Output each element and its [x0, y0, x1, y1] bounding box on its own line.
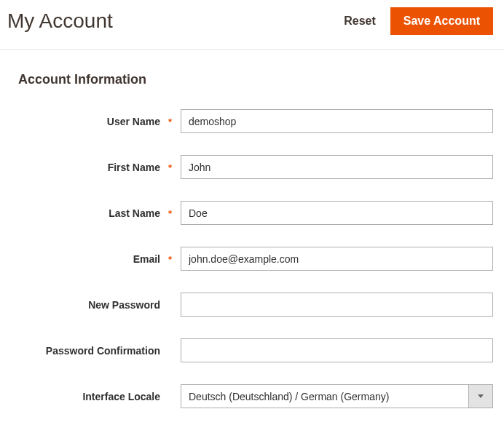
form-row-interface-locale: Interface Locale Deutsch (Deutschland) /…: [18, 384, 493, 408]
lastname-label: Last Name: [18, 207, 181, 219]
interface-locale-label: Interface Locale: [18, 391, 181, 402]
email-label: Email: [18, 253, 181, 265]
new-password-label: New Password: [18, 299, 181, 311]
form-row-lastname: Last Name: [18, 201, 493, 225]
page-title: My Account: [7, 9, 113, 33]
form-control-wrap: [181, 247, 493, 271]
form-control-wrap: [181, 109, 493, 133]
save-account-button[interactable]: Save Account: [390, 7, 493, 35]
password-confirmation-label: Password Confirmation: [18, 345, 181, 357]
form-control-wrap: Deutsch (Deutschland) / German (Germany): [181, 384, 493, 408]
form-row-password-confirmation: Password Confirmation: [18, 338, 493, 362]
chevron-down-icon[interactable]: [469, 384, 493, 408]
new-password-input[interactable]: [181, 293, 493, 317]
email-input[interactable]: [181, 247, 493, 271]
page-header: My Account Reset Save Account: [0, 0, 504, 50]
username-input[interactable]: [181, 109, 493, 133]
form-control-wrap: [181, 338, 493, 362]
form-row-username: User Name: [18, 109, 493, 133]
firstname-label: First Name: [18, 162, 181, 173]
password-confirmation-input[interactable]: [181, 338, 493, 362]
form-control-wrap: [181, 155, 493, 179]
section-title: Account Information: [18, 72, 493, 87]
username-label: User Name: [18, 116, 181, 127]
firstname-input[interactable]: [181, 155, 493, 179]
reset-button[interactable]: Reset: [344, 15, 376, 28]
form-row-email: Email: [18, 247, 493, 271]
content-area: Account Information User Name First Name…: [0, 50, 504, 433]
form-control-wrap: [181, 201, 493, 225]
form-control-wrap: [181, 293, 493, 317]
form-row-firstname: First Name: [18, 155, 493, 179]
form-row-new-password: New Password: [18, 293, 493, 317]
header-actions: Reset Save Account: [344, 7, 493, 35]
interface-locale-select[interactable]: Deutsch (Deutschland) / German (Germany): [181, 384, 469, 408]
chevron-down-svg: [478, 394, 484, 398]
lastname-input[interactable]: [181, 201, 493, 225]
